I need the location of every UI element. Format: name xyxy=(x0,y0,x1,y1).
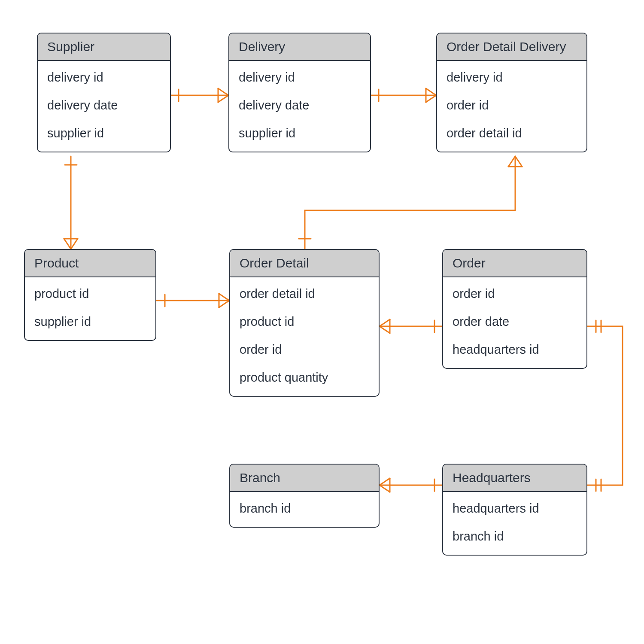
entity-title: Delivery xyxy=(229,33,370,61)
svg-line-7 xyxy=(426,88,436,95)
entity-order[interactable]: Order order id order date headquarters i… xyxy=(442,249,587,369)
field: product id xyxy=(240,308,370,336)
entity-body: headquarters id branch id xyxy=(443,492,586,555)
svg-line-17 xyxy=(219,294,229,301)
svg-line-35 xyxy=(380,485,390,492)
entity-body: order detail id product id order id prod… xyxy=(230,277,379,396)
field: product quantity xyxy=(240,364,370,392)
field: order id xyxy=(240,336,370,364)
entity-title: Order Detail Delivery xyxy=(437,33,586,61)
svg-line-34 xyxy=(380,478,390,485)
svg-line-22 xyxy=(380,326,390,333)
svg-line-2 xyxy=(218,88,228,95)
field: supplier id xyxy=(47,119,161,147)
entity-order-detail[interactable]: Order Detail order detail id product id … xyxy=(229,249,380,397)
field: order detail id xyxy=(240,280,370,308)
field: delivery id xyxy=(447,64,578,91)
field: headquarters id xyxy=(453,495,578,522)
field: order id xyxy=(453,280,578,308)
svg-line-12 xyxy=(64,239,71,249)
field: delivery id xyxy=(47,64,161,91)
entity-body: delivery id delivery date supplier id xyxy=(229,61,370,152)
field: order id xyxy=(447,91,578,119)
entity-body: delivery id delivery date supplier id xyxy=(38,61,170,152)
svg-line-26 xyxy=(508,156,515,167)
entity-order-detail-delivery[interactable]: Order Detail Delivery delivery id order … xyxy=(436,33,587,152)
entity-title: Order xyxy=(443,250,586,277)
entity-headquarters[interactable]: Headquarters headquarters id branch id xyxy=(442,464,587,556)
entity-product[interactable]: Product product id supplier id xyxy=(24,249,156,341)
field: order date xyxy=(453,308,578,336)
svg-line-21 xyxy=(380,319,390,326)
entity-title: Branch xyxy=(230,465,379,492)
entity-title: Order Detail xyxy=(230,250,379,277)
field: headquarters id xyxy=(453,336,578,364)
entity-body: branch id xyxy=(230,492,379,527)
entity-branch[interactable]: Branch branch id xyxy=(229,464,380,528)
entity-title: Product xyxy=(25,250,155,277)
entity-title: Supplier xyxy=(38,33,170,61)
svg-line-13 xyxy=(71,239,78,249)
entity-supplier[interactable]: Supplier delivery id delivery date suppl… xyxy=(37,33,171,152)
entity-title: Headquarters xyxy=(443,465,586,492)
er-diagram-canvas: Supplier delivery id delivery date suppl… xyxy=(0,0,644,644)
field: order detail id xyxy=(447,119,578,147)
entity-delivery[interactable]: Delivery delivery id delivery date suppl… xyxy=(228,33,371,152)
field: supplier id xyxy=(239,119,361,147)
field: supplier id xyxy=(34,308,147,336)
entity-body: product id supplier id xyxy=(25,277,155,340)
field: delivery id xyxy=(239,64,361,91)
svg-line-18 xyxy=(219,301,229,307)
field: delivery date xyxy=(239,91,361,119)
entity-body: delivery id order id order detail id xyxy=(437,61,586,152)
field: product id xyxy=(34,280,147,308)
entity-body: order id order date headquarters id xyxy=(443,277,586,368)
svg-line-8 xyxy=(426,95,436,102)
field: branch id xyxy=(240,495,370,522)
svg-line-27 xyxy=(515,156,522,167)
field: delivery date xyxy=(47,91,161,119)
field: branch id xyxy=(453,522,578,550)
svg-line-3 xyxy=(218,95,228,102)
